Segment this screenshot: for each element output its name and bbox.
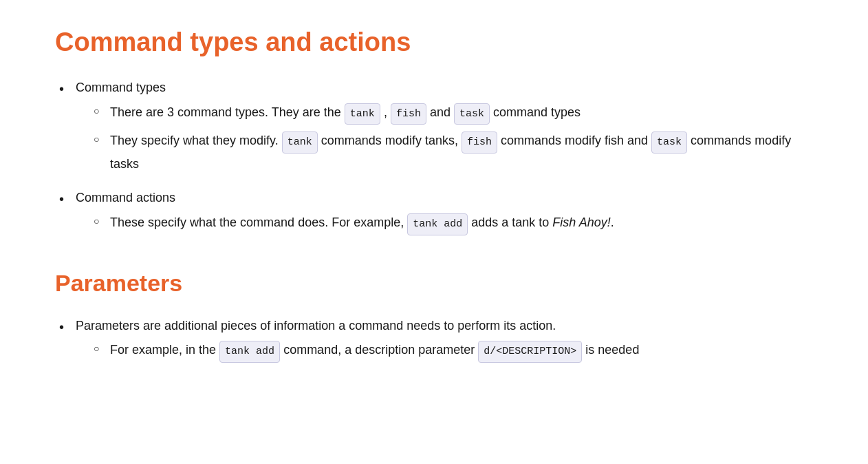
section-parameters: Parameters Parameters are additional pie… [55, 270, 813, 363]
code-tank-add-2: tank add [219, 341, 280, 363]
command-types-desc-2: They specify what they modify. tank comm… [110, 134, 791, 171]
list-item-parameters: Parameters are additional pieces of info… [55, 316, 813, 363]
command-types-label: Command types [76, 81, 166, 94]
parameters-label: Parameters are additional pieces of info… [76, 319, 556, 333]
code-tank-1: tank [345, 103, 380, 125]
parameters-sublist: For example, in the tank add command, a … [76, 339, 813, 363]
command-types-sublist: There are 3 command types. They are the … [76, 102, 813, 175]
section-title-command: Command types and actions [55, 28, 813, 57]
sublist-item-parameters-1: For example, in the tank add command, a … [89, 339, 813, 363]
parameters-desc-1: For example, in the tank add command, a … [110, 343, 639, 357]
code-tank-add-1: tank add [407, 213, 468, 235]
italic-fish-ahoy: Fish Ahoy! [552, 215, 610, 229]
section-command-types: Command types and actions Command types … [55, 28, 813, 235]
code-tank-2: tank [282, 131, 318, 154]
list-item-command-types: Command types There are 3 command types.… [55, 78, 813, 174]
code-task-1: task [454, 103, 490, 125]
command-actions-desc-1: These specify what the command does. For… [110, 215, 614, 229]
command-actions-sublist: These specify what the command does. For… [76, 212, 813, 235]
command-types-list: Command types There are 3 command types.… [55, 78, 813, 235]
parameters-list: Parameters are additional pieces of info… [55, 316, 813, 363]
code-description: d/<DESCRIPTION> [478, 341, 582, 363]
section-title-parameters: Parameters [55, 270, 813, 297]
code-fish-1: fish [391, 103, 426, 125]
command-types-desc-1: There are 3 command types. They are the … [110, 105, 581, 119]
sublist-item-actions-1: These specify what the command does. For… [89, 212, 813, 235]
code-fish-2: fish [462, 131, 497, 154]
command-actions-label: Command actions [76, 191, 175, 204]
code-task-2: task [651, 131, 687, 154]
sublist-item-1: There are 3 command types. They are the … [89, 102, 813, 125]
list-item-command-actions: Command actions These specify what the c… [55, 188, 813, 235]
sublist-item-2: They specify what they modify. tank comm… [89, 130, 813, 174]
